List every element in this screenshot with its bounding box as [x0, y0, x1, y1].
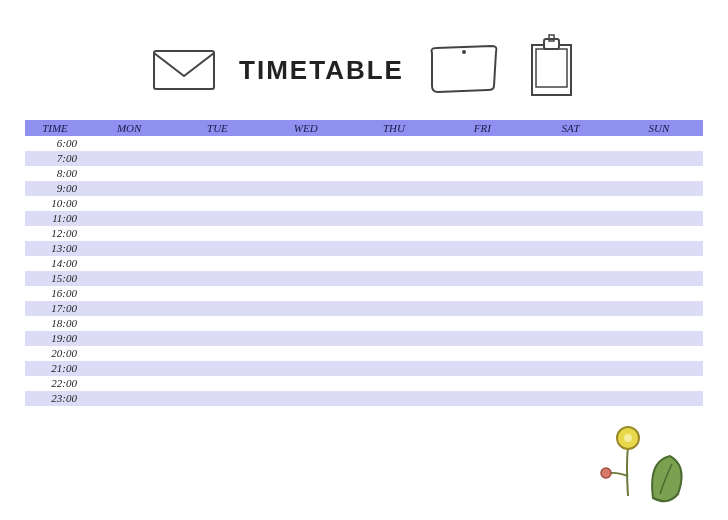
schedule-cell	[615, 331, 703, 346]
svg-rect-3	[536, 49, 567, 87]
schedule-cell	[85, 376, 173, 391]
time-cell: 23:00	[25, 391, 85, 406]
svg-point-1	[462, 50, 466, 54]
col-header-wed: WED	[262, 120, 350, 136]
schedule-cell	[438, 391, 526, 406]
schedule-cell	[438, 241, 526, 256]
schedule-cell	[173, 346, 261, 361]
schedule-cell	[173, 301, 261, 316]
time-cell: 8:00	[25, 166, 85, 181]
schedule-cell	[526, 301, 614, 316]
schedule-cell	[615, 151, 703, 166]
schedule-cell	[350, 316, 438, 331]
schedule-cell	[85, 136, 173, 151]
schedule-cell	[350, 271, 438, 286]
schedule-cell	[615, 346, 703, 361]
schedule-cell	[438, 196, 526, 211]
schedule-cell	[350, 331, 438, 346]
schedule-cell	[526, 271, 614, 286]
schedule-cell	[526, 166, 614, 181]
schedule-cell	[526, 286, 614, 301]
table-row: 14:00	[25, 256, 703, 271]
schedule-cell	[173, 361, 261, 376]
time-cell: 11:00	[25, 211, 85, 226]
table-row: 8:00	[25, 166, 703, 181]
schedule-cell	[438, 376, 526, 391]
schedule-cell	[350, 151, 438, 166]
table-row: 6:00	[25, 136, 703, 151]
schedule-cell	[262, 136, 350, 151]
schedule-cell	[350, 241, 438, 256]
schedule-cell	[615, 391, 703, 406]
schedule-cell	[173, 316, 261, 331]
schedule-cell	[173, 286, 261, 301]
table-row: 17:00	[25, 301, 703, 316]
schedule-cell	[262, 151, 350, 166]
schedule-cell	[438, 211, 526, 226]
schedule-cell	[85, 226, 173, 241]
schedule-cell	[262, 376, 350, 391]
table-row: 11:00	[25, 211, 703, 226]
envelope-icon	[149, 41, 219, 100]
schedule-cell	[173, 331, 261, 346]
table-row: 20:00	[25, 346, 703, 361]
time-cell: 12:00	[25, 226, 85, 241]
time-cell: 10:00	[25, 196, 85, 211]
schedule-cell	[438, 151, 526, 166]
time-cell: 13:00	[25, 241, 85, 256]
schedule-cell	[262, 286, 350, 301]
schedule-cell	[615, 256, 703, 271]
schedule-cell	[85, 361, 173, 376]
time-cell: 17:00	[25, 301, 85, 316]
schedule-cell	[173, 226, 261, 241]
schedule-cell	[262, 211, 350, 226]
schedule-cell	[526, 331, 614, 346]
schedule-cell	[526, 391, 614, 406]
schedule-cell	[615, 301, 703, 316]
timetable-wrap: TIMEMONTUEWEDTHUFRISATSUN 6:007:008:009:…	[0, 120, 728, 406]
schedule-cell	[85, 196, 173, 211]
col-header-sun: SUN	[615, 120, 703, 136]
table-row: 16:00	[25, 286, 703, 301]
schedule-cell	[438, 301, 526, 316]
col-header-mon: MON	[85, 120, 173, 136]
time-cell: 16:00	[25, 286, 85, 301]
schedule-cell	[526, 226, 614, 241]
time-cell: 19:00	[25, 331, 85, 346]
schedule-cell	[173, 166, 261, 181]
schedule-cell	[85, 316, 173, 331]
schedule-cell	[173, 151, 261, 166]
schedule-cell	[438, 256, 526, 271]
schedule-cell	[85, 301, 173, 316]
schedule-cell	[262, 196, 350, 211]
svg-point-7	[624, 434, 632, 442]
schedule-cell	[262, 226, 350, 241]
col-header-fri: FRI	[438, 120, 526, 136]
schedule-cell	[438, 316, 526, 331]
schedule-cell	[85, 391, 173, 406]
schedule-cell	[85, 256, 173, 271]
schedule-cell	[173, 136, 261, 151]
schedule-cell	[85, 181, 173, 196]
time-cell: 22:00	[25, 376, 85, 391]
schedule-cell	[262, 331, 350, 346]
schedule-cell	[615, 286, 703, 301]
time-cell: 9:00	[25, 181, 85, 196]
schedule-cell	[85, 166, 173, 181]
clipboard-icon	[524, 33, 579, 107]
table-row: 23:00	[25, 391, 703, 406]
schedule-cell	[350, 181, 438, 196]
schedule-cell	[615, 211, 703, 226]
schedule-cell	[615, 271, 703, 286]
schedule-cell	[438, 271, 526, 286]
schedule-cell	[615, 316, 703, 331]
schedule-cell	[438, 136, 526, 151]
svg-rect-0	[154, 51, 214, 89]
schedule-cell	[85, 331, 173, 346]
time-cell: 15:00	[25, 271, 85, 286]
col-header-thu: THU	[350, 120, 438, 136]
schedule-cell	[173, 256, 261, 271]
schedule-cell	[615, 196, 703, 211]
schedule-cell	[262, 166, 350, 181]
schedule-cell	[526, 256, 614, 271]
